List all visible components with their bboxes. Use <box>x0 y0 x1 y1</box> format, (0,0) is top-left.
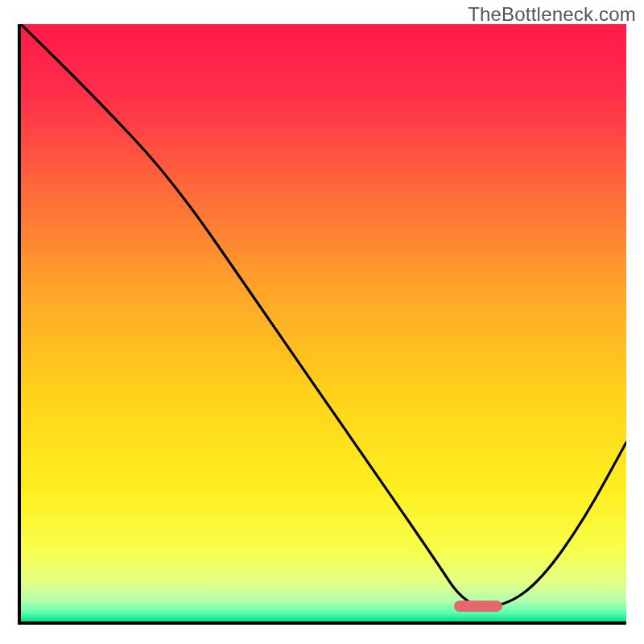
watermark-text: TheBottleneck.com <box>468 3 636 26</box>
chart-container: TheBottleneck.com <box>0 0 644 644</box>
plot-frame <box>18 24 626 625</box>
optimal-range-marker <box>454 601 502 612</box>
bottleneck-curve <box>21 24 626 621</box>
